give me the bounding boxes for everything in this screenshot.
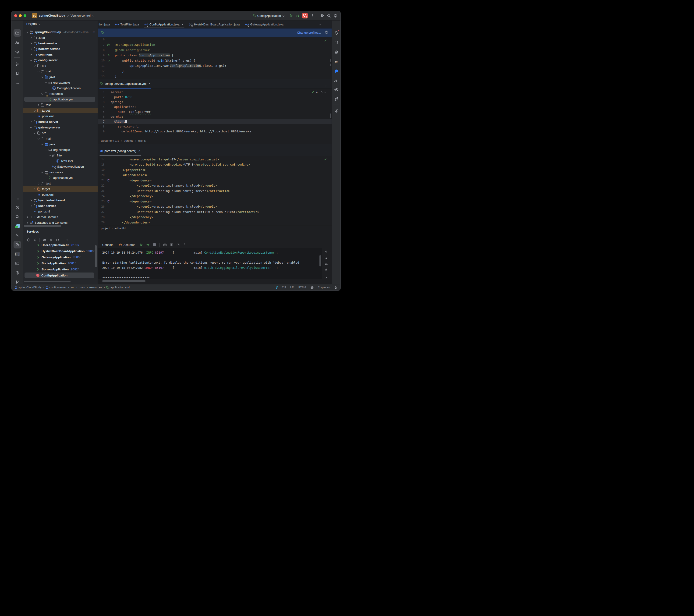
breadcrumb-item[interactable]: Document 1/1 [101, 139, 119, 142]
chevron-down-icon[interactable] [25, 30, 29, 34]
ai-assistant-button[interactable] [332, 107, 340, 115]
breadcrumb-item[interactable]: src [71, 286, 74, 289]
tree-item[interactable]: .idea [23, 35, 97, 40]
tree-item[interactable]: book-service [23, 40, 97, 46]
ideavim-icon[interactable]: V [276, 286, 278, 289]
actuator-tab[interactable]: Actuator [118, 243, 135, 247]
scroll-up-icon[interactable] [324, 250, 328, 254]
chevron-right-icon[interactable] [29, 120, 33, 124]
close-tab-icon[interactable]: × [139, 149, 140, 153]
tree-item[interactable]: application.yml [23, 175, 97, 181]
stop-running-processes-button[interactable]: 7 [302, 13, 308, 18]
tab-list-chevron-icon[interactable] [319, 23, 321, 25]
chevron-right-icon[interactable] [37, 181, 40, 185]
version-control-menu[interactable]: Version control [71, 14, 94, 17]
editor-tab-active[interactable]: ConfigApplication.java× [142, 21, 186, 28]
code-review-tool-button[interactable] [332, 77, 340, 84]
chevron-down-icon[interactable] [40, 142, 44, 146]
chat-plugin-button[interactable] [332, 67, 340, 75]
tree-item[interactable]: user-service [23, 203, 97, 209]
breadcrumb-item[interactable]: eureka: [124, 139, 133, 142]
database-tool-button[interactable] [332, 39, 340, 46]
service-item[interactable]: BookApplication:8081/ [23, 260, 97, 266]
tree-item[interactable]: mpom.xml [23, 192, 97, 197]
editor-tab[interactable]: HystrixDashBoardApplication.java [186, 21, 243, 28]
breadcrumb-item[interactable]: artifactId [114, 227, 126, 230]
scroll-down-icon[interactable] [324, 256, 328, 260]
chevron-down-icon[interactable] [40, 92, 44, 95]
chevron-right-icon[interactable] [29, 47, 33, 51]
tree-item[interactable]: ConfigApplication [23, 85, 97, 91]
notifications-button[interactable] [332, 29, 340, 37]
chevron-right-icon[interactable] [33, 187, 37, 191]
problems-tool-button[interactable] [14, 269, 21, 276]
tree-item[interactable]: main [23, 136, 97, 141]
tree-item[interactable]: resources [23, 91, 97, 96]
change-profiles-link[interactable]: Change profiles... [297, 31, 321, 34]
inspections-ok-icon[interactable] [324, 158, 327, 161]
code-with-me-button[interactable] [319, 12, 326, 19]
tree-item-project-root[interactable]: springCloudStudy~/Desktop/CS/JavaEE/6 [23, 29, 97, 35]
bookmarks-tool-button[interactable] [14, 70, 21, 77]
chevron-right-icon[interactable] [33, 109, 37, 112]
chevron-right-icon[interactable] [29, 41, 33, 45]
yaml-editor-pane[interactable]: 1server: 2 port: 8700 3spring: 4 applica… [97, 89, 332, 137]
filter-button[interactable] [48, 237, 54, 242]
todo-tool-button[interactable] [14, 194, 21, 202]
chevron-right-icon[interactable] [25, 221, 29, 224]
tree-item[interactable]: filter [23, 152, 97, 158]
occurrence-widget[interactable]: 1 [311, 90, 326, 93]
soft-wrap-icon[interactable] [324, 262, 328, 266]
java-scrollbar-mark[interactable] [330, 64, 331, 66]
find-tool-button[interactable] [14, 213, 21, 220]
structure-tool-button[interactable] [14, 60, 21, 68]
minimize-window-button[interactable] [19, 14, 22, 17]
debug-button[interactable] [294, 12, 301, 19]
tree-item[interactable]: borrow-service [23, 46, 97, 52]
terminal-tool-button[interactable] [14, 260, 21, 267]
services-tool-button[interactable] [14, 241, 21, 249]
search-everywhere-button[interactable] [326, 12, 332, 19]
tree-item[interactable]: mpom.xml [23, 209, 97, 214]
tree-item[interactable]: test [23, 181, 97, 186]
chevron-down-icon[interactable] [44, 148, 48, 151]
maven-dependency-gutter-icon[interactable] [107, 200, 110, 203]
pane-options-kebab-icon[interactable] [324, 148, 328, 152]
yaml-tab-active[interactable]: config-server/.../application.yml× [97, 79, 153, 89]
run-configuration-selector[interactable]: ConfigApplication [253, 14, 285, 18]
tree-horizontal-scrollbar[interactable] [24, 225, 61, 227]
yaml-scrollbar-thumb[interactable] [330, 113, 331, 118]
thread-dump-button[interactable] [162, 241, 168, 248]
java-editor-pane[interactable]: 6 7@SpringBootApplication 8@EnableConfig… [97, 37, 332, 79]
expand-all-button[interactable] [25, 237, 31, 242]
tree-item-selected[interactable]: application.yml [23, 96, 97, 102]
unlocked-icon[interactable] [334, 286, 337, 289]
tree-item[interactable]: hystrix-dashboard [23, 197, 97, 203]
service-item[interactable]: BorrowApplication:8082/ [23, 266, 97, 272]
profiler-tool-button[interactable] [14, 204, 21, 211]
dump-heap-button[interactable] [168, 241, 175, 248]
tree-item[interactable]: java [23, 141, 97, 147]
chevron-down-icon[interactable] [44, 80, 48, 84]
endpoints-tool-button[interactable] [332, 86, 340, 93]
tree-item[interactable]: org.example [23, 79, 97, 85]
editor-tab[interactable]: GatewayApplication.java [243, 21, 286, 28]
services-vertical-scrollbar[interactable] [95, 245, 97, 267]
chevron-down-icon[interactable] [29, 58, 33, 62]
editor-tab[interactable]: tion.java [97, 21, 112, 28]
chevron-right-icon[interactable] [29, 36, 33, 39]
next-occurrence-icon[interactable] [324, 91, 326, 93]
console-options-kebab-icon[interactable] [181, 241, 188, 248]
prev-occurrence-icon[interactable] [321, 91, 323, 93]
tree-item[interactable]: eureka-server [23, 119, 97, 125]
chevron-down-icon[interactable] [37, 137, 40, 140]
line-separator[interactable]: LF [290, 286, 294, 289]
zoom-window-button[interactable] [23, 14, 26, 17]
console-vertical-scrollbar[interactable] [319, 255, 321, 267]
project-badge[interactable]: SC [32, 13, 37, 18]
pom-tab-active[interactable]: mpom.xml (config-server)× [97, 146, 143, 156]
add-to-group-button[interactable] [55, 237, 60, 242]
java-scrollbar-mark[interactable] [330, 59, 331, 62]
run-method-gutter-icon[interactable] [107, 59, 110, 62]
tree-item[interactable]: mpom.xml [23, 113, 97, 119]
